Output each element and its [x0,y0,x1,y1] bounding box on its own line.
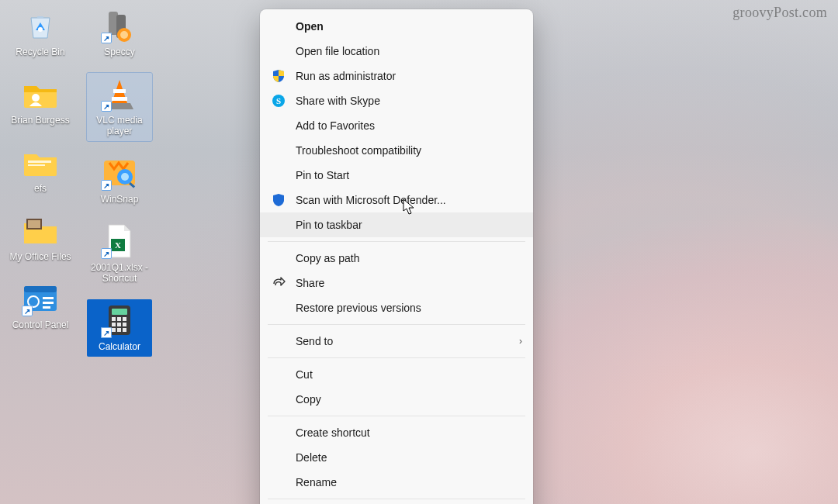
menu-item-create-shortcut[interactable]: Create shortcut [260,420,533,445]
menu-item-pin-to-taskbar[interactable]: Pin to taskbar [260,212,533,237]
menu-item-troubleshoot-compatibility[interactable]: Troubleshoot compatibility [260,138,533,163]
icon-label: 2001Q1.xlsx - Shortcut [88,262,151,284]
desktop-icon-efs[interactable]: efs [8,141,73,198]
menu-separator [268,357,525,358]
svg-rect-26 [112,317,116,321]
icon-label: WinSnap [101,194,139,205]
icon-label: Speccy [104,47,134,57]
svg-rect-29 [112,323,116,326]
menu-item-label: Open file location [296,43,522,59]
desktop-icon-recycle-bin[interactable]: Recycle Bin [8,5,73,62]
menu-separator [268,499,525,499]
menu-icon-slot [271,43,286,59]
svg-point-15 [120,31,128,39]
svg-rect-32 [112,328,116,332]
shortcut-overlay-icon [101,33,112,43]
menu-item-scan-with-microsoft-defender[interactable]: Scan with Microsoft Defender... [260,188,533,212]
menu-icon-slot [271,250,286,266]
menu-item-label: Share with Skype [296,93,522,109]
svg-rect-30 [117,323,121,326]
defender-shield-icon [271,192,286,208]
svg-text:S: S [276,96,281,105]
svg-rect-17 [112,97,127,101]
desktop-wallpaper[interactable]: groovyPost.com Recycle Bin [0,0,838,504]
desktop-icon-control-panel[interactable]: Control Panel [8,278,73,335]
desktop-icon-vlc[interactable]: VLC media player [87,73,152,141]
shortcut-overlay-icon [101,327,112,338]
icon-label: Control Panel [12,319,69,330]
shortcut-overlay-icon [101,180,112,191]
menu-item-label: Rename [296,475,522,490]
menu-item-label: Run as administrator [296,68,522,84]
svg-point-1 [32,94,40,102]
menu-item-restore-previous-versions[interactable]: Restore previous versions [260,295,533,320]
menu-item-add-to-favorites[interactable]: Add to Favorites [260,113,533,138]
svg-rect-9 [43,297,54,299]
desktop-icon-calculator[interactable]: Calculator [87,299,152,357]
svg-rect-27 [117,317,121,321]
menu-item-label: Copy as path [296,250,522,266]
chevron-right-icon: › [519,333,522,349]
desktop-icon-user-folder[interactable]: Brian Burgess [8,73,73,130]
svg-rect-25 [112,309,127,315]
menu-icon-slot [271,425,286,440]
desktop-icon-excel-shortcut[interactable]: X 2001Q1.xlsx - Shortcut [87,220,152,288]
menu-item-share-with-skype[interactable]: SShare with Skype [260,88,533,113]
menu-separator [268,241,525,242]
icon-label: Brian Burgess [11,115,69,126]
svg-rect-7 [24,286,57,292]
shield-uac-icon [271,68,286,84]
menu-item-copy[interactable]: Copy [260,387,533,412]
svg-rect-28 [123,317,126,321]
menu-icon-slot [271,300,286,316]
menu-item-run-as-administrator[interactable]: Run as administrator [260,64,533,88]
menu-separator [268,416,525,416]
menu-item-label: Cut [296,367,522,382]
menu-item-label: Pin to taskbar [296,217,522,233]
skype-icon: S [271,93,286,109]
svg-rect-34 [123,328,126,332]
share-icon [271,275,286,291]
menu-icon-slot [271,333,286,349]
menu-item-pin-to-start[interactable]: Pin to Start [260,163,533,188]
shortcut-overlay-icon [101,248,112,259]
recycle-bin-icon [23,9,57,43]
menu-item-cut[interactable]: Cut [260,362,533,387]
svg-rect-10 [43,302,54,304]
menu-item-send-to[interactable]: Send to› [260,329,533,354]
watermark-text: groovyPost.com [732,5,827,21]
menu-item-open[interactable]: Open [260,14,533,39]
menu-item-label: Delete [296,450,522,465]
menu-item-label: Create shortcut [296,425,522,440]
context-menu: OpenOpen file locationRun as administrat… [260,9,533,504]
menu-icon-slot [271,475,286,490]
svg-text:X: X [115,240,121,250]
menu-item-open-file-location[interactable]: Open file location [260,39,533,64]
menu-icon-slot [271,367,286,382]
icon-label: Calculator [99,341,140,352]
menu-icon-slot [271,143,286,158]
icon-label: VLC media player [88,115,151,136]
menu-item-delete[interactable]: Delete [260,445,533,470]
menu-item-label: Troubleshoot compatibility [296,143,522,158]
icon-label: Recycle Bin [16,47,64,57]
desktop-icon-my-office-files[interactable]: My Office Files [8,209,73,267]
office-folder-icon [22,214,59,247]
desktop-icon-winsnap[interactable]: WinSnap [87,152,152,209]
menu-item-share[interactable]: Share [260,271,533,295]
menu-separator [268,324,525,325]
svg-rect-11 [43,306,50,309]
desktop-icon-speccy[interactable]: Speccy [87,5,152,62]
shortcut-overlay-icon [22,306,33,316]
menu-item-label: Copy [296,392,522,407]
svg-point-0 [38,27,43,32]
menu-item-rename[interactable]: Rename [260,470,533,495]
menu-item-copy-as-path[interactable]: Copy as path [260,246,533,271]
icon-label: My Office Files [9,251,71,262]
user-folder-icon [22,78,59,109]
menu-item-label: Open [296,19,522,34]
svg-rect-5 [28,220,40,228]
desktop-icon-grid: Recycle Bin Brian Burgess [8,5,152,357]
menu-icon-slot [271,19,286,34]
svg-rect-2 [28,161,51,163]
